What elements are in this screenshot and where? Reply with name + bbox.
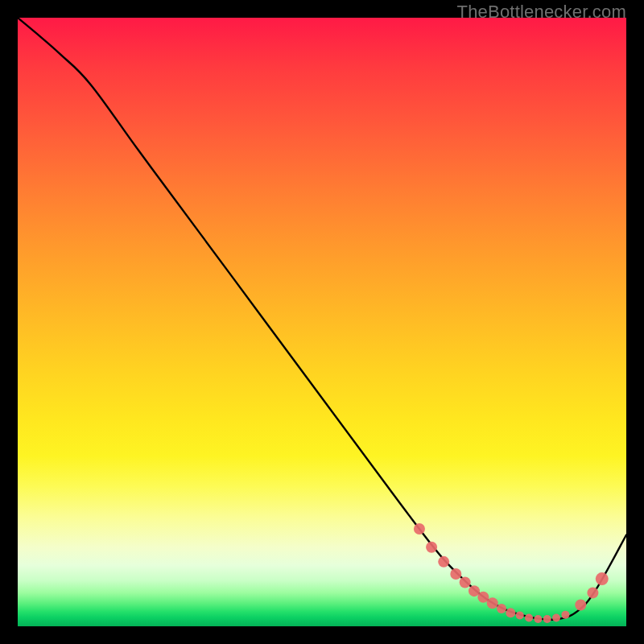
- highlight-point: [426, 542, 437, 553]
- highlight-point: [552, 613, 560, 621]
- highlight-point: [460, 577, 471, 588]
- highlight-point: [587, 587, 598, 598]
- highlight-point: [414, 523, 425, 535]
- plot-area: [18, 18, 626, 626]
- highlight-point: [543, 615, 551, 623]
- highlight-point: [516, 611, 524, 619]
- highlight-point: [596, 572, 609, 585]
- highlight-point: [575, 600, 586, 611]
- highlight-point: [525, 613, 533, 621]
- highlight-point: [438, 556, 449, 568]
- highlight-point: [561, 611, 569, 619]
- highlight-point: [497, 604, 506, 613]
- highlight-point: [506, 608, 515, 617]
- chart-stage: TheBottlenecker.com: [0, 0, 644, 644]
- highlight-point: [534, 615, 542, 623]
- curve-layer: [18, 18, 626, 626]
- bottleneck-curve: [18, 18, 626, 620]
- highlight-point: [450, 568, 461, 580]
- watermark-text: TheBottlenecker.com: [457, 2, 626, 23]
- highlight-point: [487, 597, 498, 609]
